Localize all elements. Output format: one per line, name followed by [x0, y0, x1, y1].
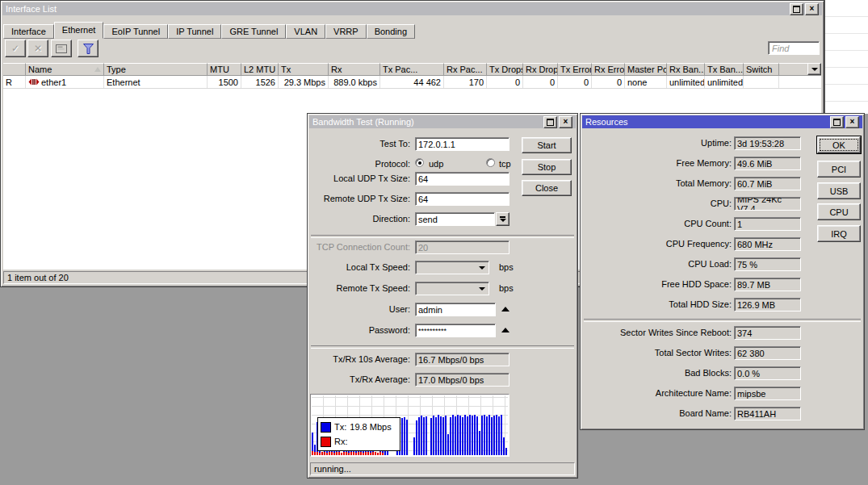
apply-button[interactable]: ✓ — [5, 40, 26, 57]
protocol-tcp-radio[interactable] — [486, 158, 495, 167]
filter-button[interactable] — [78, 40, 99, 57]
direction-combo-input[interactable] — [415, 212, 495, 226]
cell-rx[interactable]: 889.0 kbps — [329, 76, 380, 88]
column-header-rx-pac-[interactable]: Rx Pac... — [444, 63, 487, 75]
cell-l2-mtu[interactable]: 1526 — [241, 76, 279, 88]
tx-bar — [498, 416, 500, 455]
cell-master-port[interactable]: none — [625, 76, 667, 88]
cell-rx-drops[interactable]: 0 — [523, 76, 558, 88]
tx-bar — [467, 416, 468, 455]
user-input[interactable] — [415, 303, 496, 316]
rx-bar — [319, 453, 321, 455]
board-name-label: Board Name: — [584, 408, 732, 418]
table-row-ether1[interactable]: Rether1Ethernet1500152629.3 Mbps889.0 kb… — [3, 76, 821, 89]
tab-gre-tunnel[interactable]: GRE Tunnel — [221, 24, 286, 39]
interface-list-titlebar[interactable]: Interface List × — [2, 2, 822, 15]
local-udp-tx-size-input[interactable] — [415, 172, 509, 186]
tab-bonding[interactable]: Bonding — [367, 24, 415, 39]
column-header-tx-drops[interactable]: Tx Drops — [487, 63, 523, 75]
protocol-udp-radio[interactable] — [415, 158, 424, 167]
column-header-switch[interactable]: Switch — [744, 63, 779, 75]
column-header-l2-mtu[interactable]: L2 MTU — [241, 63, 279, 75]
column-header-tx-errors[interactable]: Tx Errors — [558, 63, 592, 75]
column-header-rx[interactable]: Rx — [329, 63, 380, 75]
column-header-master-port[interactable]: Master Port — [625, 63, 667, 75]
tx-bar — [401, 418, 403, 455]
cell-type[interactable]: Ethernet — [104, 76, 208, 88]
collapse-up-icon[interactable] — [501, 328, 509, 332]
architecture-name-value: mipsbe — [734, 387, 801, 400]
tab-ip-tunnel[interactable]: IP Tunnel — [168, 24, 221, 39]
tab-vlan[interactable]: VLAN — [286, 24, 325, 39]
cell-state[interactable]: R — [3, 76, 26, 88]
cell-name[interactable]: ether1 — [26, 76, 104, 88]
rx-bar — [360, 452, 362, 455]
cpu-load-value: 75 % — [734, 257, 801, 271]
tab-interface[interactable]: Interface — [3, 24, 54, 39]
cell-tx-pac-[interactable]: 44 462 — [380, 76, 444, 88]
protocol-tcp-label[interactable]: tcp — [499, 159, 511, 169]
maximize-button[interactable] — [543, 116, 557, 128]
column-header-rx-errors[interactable]: Rx Errors — [592, 63, 625, 75]
tab-eoip-tunnel[interactable]: EoIP Tunnel — [103, 24, 168, 39]
cell-mtu[interactable]: 1500 — [208, 76, 241, 88]
remote-tx-speed-label: Remote Tx Speed: — [308, 283, 410, 294]
close-button[interactable]: Close — [522, 180, 572, 196]
column-header-tx[interactable]: Tx — [279, 63, 329, 75]
maximize-icon — [793, 6, 800, 13]
start-button[interactable]: Start — [522, 137, 572, 153]
column-header-mtu[interactable]: MTU — [208, 63, 241, 75]
comment-button[interactable] — [51, 40, 72, 57]
password-input[interactable] — [415, 324, 496, 337]
resources-titlebar[interactable]: Resources × — [582, 115, 862, 128]
cell-tx-ban-[interactable]: unlimited — [705, 76, 744, 88]
maximize-icon — [833, 119, 841, 126]
column-header-tx-pac-[interactable]: Tx Pac... — [380, 63, 444, 75]
cpu-frequency-label: CPU Frequency: — [584, 239, 732, 249]
desktop: Interface List × InterfaceEthernetEoIP T… — [0, 0, 868, 485]
bandwidth-test-titlebar[interactable]: Bandwidth Test (Running) × — [309, 115, 576, 128]
column-header-rx-ban-[interactable]: Rx Ban... — [667, 63, 705, 75]
column-selector-button[interactable] — [807, 63, 821, 75]
cell-rx-errors[interactable]: 0 — [592, 76, 625, 88]
maximize-button[interactable] — [790, 3, 803, 15]
ok-button[interactable]: OK — [817, 136, 861, 153]
test-to-input[interactable] — [415, 137, 509, 151]
cpu-button[interactable]: CPU — [817, 203, 861, 220]
stop-button[interactable]: Stop — [522, 159, 572, 175]
irq-button[interactable]: IRQ — [817, 225, 861, 242]
tab-vrrp[interactable]: VRRP — [325, 24, 367, 39]
collapse-up-icon[interactable] — [501, 307, 509, 311]
rx-bar — [314, 452, 316, 455]
architecture-name-label: Architecture Name: — [584, 388, 732, 398]
rx-bar — [382, 453, 384, 455]
find-input[interactable] — [768, 41, 820, 55]
cell-tx-errors[interactable]: 0 — [558, 76, 592, 88]
close-button[interactable]: × — [559, 116, 572, 128]
cell-switch[interactable] — [744, 76, 779, 88]
discard-button[interactable]: ✕ — [27, 40, 48, 57]
column-header-type[interactable]: Type — [104, 63, 208, 75]
maximize-button[interactable] — [830, 116, 844, 128]
column-header-tx-ban-[interactable]: Tx Ban... — [705, 63, 744, 75]
protocol-udp-label[interactable]: udp — [429, 159, 443, 169]
cell-tx-drops[interactable]: 0 — [487, 76, 523, 88]
column-header-name[interactable]: Name — [26, 63, 104, 75]
direction-dropdown-button[interactable] — [496, 212, 509, 226]
cell-rx-pac-[interactable]: 170 — [444, 76, 487, 88]
column-header-state[interactable] — [3, 63, 26, 75]
close-button[interactable]: × — [845, 116, 859, 128]
tab-ethernet[interactable]: Ethernet — [54, 22, 104, 39]
tx-bar — [413, 437, 415, 455]
remote-udp-tx-size-input[interactable] — [415, 192, 509, 206]
rx-bar — [350, 452, 352, 455]
cell-rx-ban-[interactable]: unlimited — [667, 76, 705, 88]
tab-bar: InterfaceEthernetEoIP TunnelIP TunnelGRE… — [3, 21, 415, 39]
column-header-rx-drops[interactable]: Rx Drops — [523, 63, 558, 75]
pci-button[interactable]: PCI — [817, 161, 861, 178]
rx-bar — [343, 452, 345, 455]
close-button[interactable]: × — [805, 3, 819, 15]
cell-tx[interactable]: 29.3 Mbps — [279, 76, 329, 88]
cpu-load-label: CPU Load: — [584, 259, 732, 269]
usb-button[interactable]: USB — [817, 182, 861, 199]
